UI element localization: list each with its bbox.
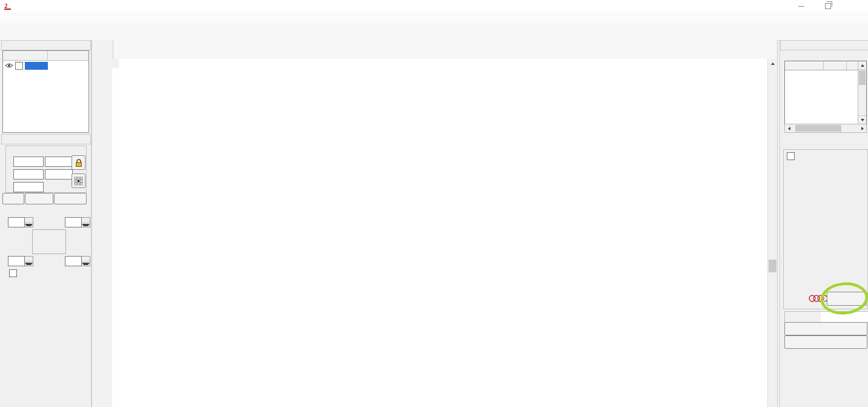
x-position-field[interactable]	[13, 156, 44, 167]
z-position-field[interactable]	[13, 182, 44, 192]
round-spinner-top-right[interactable]	[65, 217, 90, 227]
column-type[interactable]	[48, 51, 88, 60]
pen-table-columns	[785, 61, 866, 70]
lock-aspect-button[interactable]	[72, 155, 85, 170]
object-name-cell[interactable]	[25, 62, 48, 70]
pen-scroll-up-icon[interactable]	[858, 61, 866, 70]
anchor-grid-icon	[74, 177, 83, 186]
app-logo-icon: 2	[4, 2, 13, 10]
panel-divider	[91, 40, 92, 407]
pen-scroll-down-icon[interactable]	[858, 115, 866, 124]
column-name[interactable]	[3, 51, 48, 60]
apply-button[interactable]	[54, 193, 87, 204]
param-name-label	[784, 311, 824, 323]
drawing-area[interactable]	[119, 68, 767, 407]
all-corner-round-checkbox[interactable]	[9, 269, 17, 277]
pen-hscroll-thumb[interactable]	[795, 125, 841, 132]
minimize-button[interactable]	[788, 0, 815, 12]
advance-button[interactable]	[827, 292, 867, 306]
array-button[interactable]	[2, 193, 24, 204]
round-spinner-top-left[interactable]	[8, 217, 33, 227]
restore-button[interactable]	[815, 0, 841, 12]
pen-table	[784, 61, 867, 126]
object-list-table	[2, 50, 89, 133]
param-name-value[interactable]	[821, 311, 868, 323]
close-button[interactable]	[841, 0, 868, 12]
object-list-columns	[3, 51, 88, 61]
scrollbar-thumb[interactable]	[769, 260, 776, 272]
height-field[interactable]	[45, 169, 73, 180]
restore-icon	[825, 3, 831, 9]
round-preview-rect	[32, 229, 66, 254]
edit-toolbar	[112, 40, 776, 59]
pen-list-hscrollbar[interactable]	[784, 124, 867, 133]
drawing-toolbox	[92, 40, 113, 407]
horizontal-ruler	[119, 59, 767, 69]
object-checkbox[interactable]	[15, 62, 23, 70]
rectangle-panel-header[interactable]	[1, 134, 91, 144]
menubar	[0, 12, 868, 24]
canvas-viewport	[112, 59, 776, 407]
pen-scroll-left-icon[interactable]	[785, 125, 793, 132]
scroll-up-icon	[771, 62, 775, 65]
use-default-param-checkbox[interactable]	[787, 152, 795, 160]
red-rings-icon	[808, 294, 827, 304]
column-pen-no[interactable]	[785, 61, 824, 70]
round-spinner-bottom-left[interactable]	[8, 256, 33, 266]
visibility-eye-icon[interactable]	[5, 62, 13, 69]
inport-button[interactable]	[25, 193, 53, 204]
canvas-vertical-scrollbar[interactable]	[767, 59, 776, 407]
right-panel-divider	[777, 40, 778, 407]
scroll-up-button[interactable]	[768, 59, 776, 69]
minimize-icon	[798, 6, 804, 7]
ezcad-window: 2	[0, 0, 868, 407]
pen-scroll-thumb[interactable]	[859, 70, 866, 85]
object-list-header[interactable]	[1, 40, 91, 50]
round-spinner-bottom-right[interactable]	[65, 256, 90, 266]
pen-scroll-right-icon[interactable]	[858, 125, 866, 132]
main-toolbar	[0, 23, 868, 41]
anchor-point-button[interactable]	[72, 173, 85, 188]
select-param-from-library-button[interactable]	[784, 322, 867, 335]
mark-parameter-panel	[780, 40, 868, 407]
param-group-box	[783, 149, 868, 309]
svg-text:2: 2	[4, 2, 8, 9]
titlebar: 2	[0, 0, 868, 12]
column-color[interactable]	[824, 61, 847, 70]
mark-parameter-header[interactable]	[780, 40, 868, 50]
width-field[interactable]	[45, 156, 73, 167]
object-row-rectangle[interactable]	[3, 61, 88, 70]
padlock-icon	[75, 158, 83, 167]
apply-to-default-button[interactable]	[784, 335, 867, 349]
pen-rows	[785, 70, 866, 125]
pen-list-scrollbar[interactable]	[858, 61, 866, 124]
y-position-field[interactable]	[13, 169, 44, 180]
